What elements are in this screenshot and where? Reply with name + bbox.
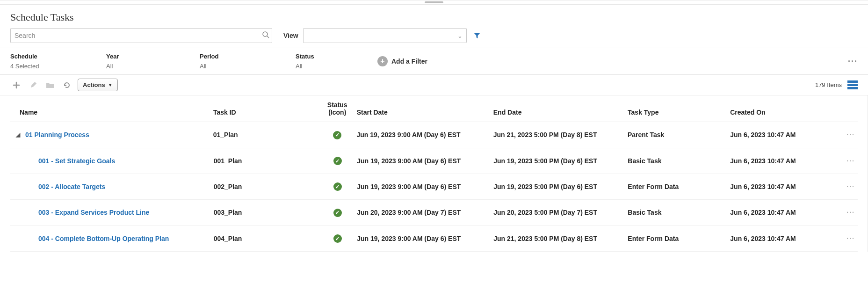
actions-menu-label: Actions — [83, 81, 105, 88]
filter-year[interactable]: Year All — [106, 48, 200, 74]
filter-status[interactable]: Status All — [296, 48, 377, 74]
filter-status-value: All — [296, 63, 377, 70]
task-id: 002_Plan — [214, 183, 318, 190]
view-label: View — [283, 32, 298, 39]
filter-icon[interactable] — [473, 32, 481, 39]
search-input[interactable] — [10, 28, 272, 43]
row-overflow-menu[interactable]: ··· — [846, 157, 855, 165]
start-date: Jun 19, 2023 9:00 AM (Day 6) EST — [357, 131, 493, 138]
svg-point-0 — [263, 32, 268, 36]
table-row[interactable]: ◢01 Planning Process01_Plan✓Jun 19, 2023… — [10, 122, 858, 148]
plus-circle-icon: + — [377, 56, 388, 66]
col-header-end[interactable]: End Date — [493, 109, 628, 116]
task-id: 01_Plan — [213, 131, 318, 138]
filters-overflow-menu[interactable]: ··· — [848, 57, 858, 66]
end-date: Jun 19, 2023 5:00 PM (Day 6) EST — [493, 183, 628, 190]
task-type: Basic Task — [628, 157, 730, 165]
row-overflow-menu[interactable]: ··· — [846, 235, 855, 242]
created-on: Jun 6, 2023 10:47 AM — [730, 131, 830, 138]
view-select[interactable]: ⌄ — [303, 28, 467, 43]
folder-button[interactable] — [44, 79, 56, 91]
col-header-created[interactable]: Created On — [730, 109, 830, 116]
table-row[interactable]: 001 - Set Strategic Goals001_Plan✓Jun 19… — [10, 148, 858, 174]
edit-button[interactable] — [27, 79, 39, 91]
task-type: Parent Task — [628, 131, 730, 138]
end-date: Jun 21, 2023 5:00 PM (Day 8) EST — [493, 131, 628, 138]
svg-line-1 — [267, 36, 269, 38]
col-header-type[interactable]: Task Type — [628, 109, 730, 116]
table-row[interactable]: 002 - Allocate Targets002_Plan✓Jun 19, 2… — [10, 174, 858, 200]
collapse-icon[interactable]: ◢ — [16, 131, 21, 138]
page-title: Schedule Tasks — [0, 5, 868, 28]
filter-period[interactable]: Period All — [200, 48, 296, 74]
actions-menu-button[interactable]: Actions ▼ — [78, 79, 118, 91]
add-button[interactable] — [10, 79, 22, 91]
add-filter-button[interactable]: + Add a Filter — [377, 56, 427, 66]
row-overflow-menu[interactable]: ··· — [846, 131, 855, 138]
panel-drag-handle[interactable] — [0, 0, 868, 5]
col-header-status[interactable]: Status (Icon) — [318, 101, 357, 116]
filter-year-label: Year — [106, 53, 200, 60]
filter-status-label: Status — [296, 53, 377, 60]
end-date: Jun 19, 2023 5:00 PM (Day 6) EST — [493, 157, 628, 165]
start-date: Jun 19, 2023 9:00 AM (Day 6) EST — [357, 183, 493, 190]
created-on: Jun 6, 2023 10:47 AM — [730, 157, 830, 165]
row-overflow-menu[interactable]: ··· — [846, 183, 855, 190]
task-type: Basic Task — [628, 209, 730, 216]
col-header-name[interactable]: Name — [10, 109, 213, 116]
status-success-icon: ✓ — [333, 234, 342, 243]
drag-handle-icon — [425, 1, 443, 3]
chevron-down-icon: ⌄ — [457, 32, 463, 39]
task-name-link[interactable]: 01 Planning Process — [25, 131, 89, 138]
start-date: Jun 20, 2023 9:00 AM (Day 7) EST — [357, 209, 493, 216]
status-success-icon: ✓ — [333, 157, 342, 165]
refresh-button[interactable] — [61, 79, 73, 91]
created-on: Jun 6, 2023 10:47 AM — [730, 209, 830, 216]
task-id: 004_Plan — [214, 235, 318, 242]
end-date: Jun 20, 2023 5:00 PM (Day 7) EST — [493, 209, 628, 216]
task-type: Enter Form Data — [628, 183, 730, 190]
item-count: 179 Items — [815, 81, 842, 88]
row-overflow-menu[interactable]: ··· — [846, 209, 855, 216]
status-success-icon: ✓ — [333, 209, 342, 217]
filter-period-value: All — [200, 63, 296, 70]
table-header: Name Task ID Status (Icon) Start Date En… — [10, 95, 858, 122]
table-row[interactable]: 003 - Expand Services Product Line003_Pl… — [10, 200, 858, 225]
task-type: Enter Form Data — [628, 235, 730, 242]
filter-year-value: All — [106, 63, 200, 70]
status-success-icon: ✓ — [333, 131, 341, 139]
task-id: 001_Plan — [214, 157, 318, 165]
end-date: Jun 21, 2023 5:00 PM (Day 8) EST — [493, 235, 628, 242]
task-name-link[interactable]: 003 - Expand Services Product Line — [38, 209, 149, 216]
created-on: Jun 6, 2023 10:47 AM — [730, 235, 830, 242]
task-name-link[interactable]: 002 - Allocate Targets — [38, 183, 105, 190]
add-filter-label: Add a Filter — [391, 58, 427, 65]
start-date: Jun 19, 2023 9:00 AM (Day 6) EST — [357, 235, 493, 242]
status-success-icon: ✓ — [333, 182, 342, 191]
filter-schedule-value: 4 Selected — [10, 63, 106, 70]
filter-schedule-label: Schedule — [10, 53, 106, 60]
table-row[interactable]: 004 - Complete Bottom-Up Operating Plan0… — [10, 226, 858, 252]
search-icon[interactable] — [262, 31, 269, 40]
view-toggle-button[interactable] — [847, 80, 858, 89]
created-on: Jun 6, 2023 10:47 AM — [730, 183, 830, 190]
filter-schedule[interactable]: Schedule 4 Selected — [10, 48, 106, 74]
start-date: Jun 19, 2023 9:00 AM (Day 6) EST — [357, 157, 493, 165]
caret-down-icon: ▼ — [108, 82, 113, 87]
col-header-start[interactable]: Start Date — [357, 109, 493, 116]
task-name-link[interactable]: 004 - Complete Bottom-Up Operating Plan — [38, 235, 169, 242]
list-view-icon — [847, 80, 858, 83]
col-header-taskid[interactable]: Task ID — [213, 109, 318, 116]
filter-period-label: Period — [200, 53, 296, 60]
task-name-link[interactable]: 001 - Set Strategic Goals — [38, 157, 115, 165]
task-id: 003_Plan — [214, 209, 318, 216]
